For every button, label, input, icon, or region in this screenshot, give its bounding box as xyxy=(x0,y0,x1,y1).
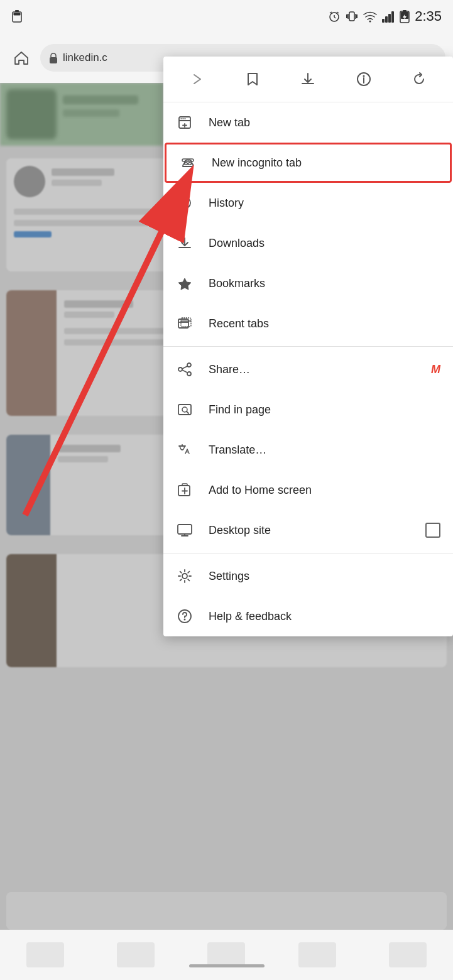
alarm-icon xyxy=(328,10,341,23)
svg-rect-1 xyxy=(15,10,19,12)
menu-item-label-bookmarks: Bookmarks xyxy=(209,277,440,290)
home-button[interactable] xyxy=(8,44,35,72)
menu-item-add-to-home[interactable]: Add to Home screen xyxy=(163,470,453,510)
menu-item-badge-share: M xyxy=(431,363,440,376)
history-icon xyxy=(176,194,194,212)
recent-tabs-icon xyxy=(176,315,194,332)
svg-line-43 xyxy=(182,366,187,369)
svg-rect-16 xyxy=(388,14,391,23)
menu-item-new-tab[interactable]: New tab xyxy=(163,102,453,143)
settings-icon xyxy=(176,567,194,585)
menu-divider-5 xyxy=(163,346,453,347)
menu-item-label-new-incognito-tab: New incognito tab xyxy=(212,156,437,170)
new-tab-icon xyxy=(176,114,194,131)
desktop-icon xyxy=(176,521,194,539)
menu-item-recent-tabs[interactable]: Recent tabs xyxy=(163,303,453,344)
status-bar: 2:35 xyxy=(0,0,453,33)
svg-point-32 xyxy=(188,163,192,165)
svg-line-47 xyxy=(187,411,188,413)
refresh-button[interactable] xyxy=(405,65,433,93)
svg-marker-35 xyxy=(178,278,191,290)
menu-item-label-settings: Settings xyxy=(209,570,440,583)
svg-rect-45 xyxy=(178,405,191,415)
menu-item-desktop-site[interactable]: Desktop site xyxy=(163,510,453,550)
lock-icon xyxy=(49,52,58,63)
charging-icon xyxy=(400,9,410,23)
signal-icon xyxy=(382,10,395,23)
svg-line-44 xyxy=(182,370,187,373)
incognito-icon xyxy=(179,154,197,172)
menu-item-bookmarks[interactable]: Bookmarks xyxy=(163,263,453,303)
menu-item-label-new-tab: New tab xyxy=(209,116,440,129)
bookmarks-icon xyxy=(176,275,194,292)
svg-point-40 xyxy=(187,363,191,367)
svg-point-24 xyxy=(363,75,364,77)
menu-item-label-translate: Translate… xyxy=(209,444,440,457)
translate-icon xyxy=(176,441,194,459)
svg-rect-8 xyxy=(349,12,354,21)
download-button[interactable] xyxy=(294,65,322,93)
svg-point-41 xyxy=(178,368,182,371)
downloads-icon xyxy=(176,234,194,252)
menu-item-label-desktop-site: Desktop site xyxy=(209,524,410,537)
wifi-icon xyxy=(363,10,377,23)
svg-point-42 xyxy=(187,372,191,376)
svg-rect-21 xyxy=(50,57,57,63)
svg-point-31 xyxy=(185,163,188,165)
svg-rect-51 xyxy=(178,525,192,534)
bottom-nav xyxy=(0,930,453,980)
svg-line-5 xyxy=(334,17,336,18)
info-button[interactable] xyxy=(350,65,378,93)
share-icon xyxy=(176,361,194,378)
menu-item-label-share: Share… xyxy=(209,363,416,376)
menu-item-label-add-to-home: Add to Home screen xyxy=(209,484,440,497)
menu-item-label-help-feedback: Help & feedback xyxy=(209,610,440,623)
svg-point-56 xyxy=(184,619,186,621)
menu-item-history[interactable]: History xyxy=(163,183,453,223)
svg-point-13 xyxy=(369,21,371,23)
address-text: linkedin.c xyxy=(63,52,107,64)
menu-item-find-in-page[interactable]: Find in page xyxy=(163,389,453,430)
svg-rect-19 xyxy=(403,10,407,12)
status-time: 2:35 xyxy=(415,8,442,24)
menu-item-label-history: History xyxy=(209,197,440,210)
menu-item-label-recent-tabs: Recent tabs xyxy=(209,317,440,330)
battery-icon xyxy=(11,9,23,23)
help-icon xyxy=(176,607,194,625)
add-home-icon xyxy=(176,481,194,499)
svg-rect-2 xyxy=(14,13,21,16)
svg-rect-14 xyxy=(382,19,385,23)
svg-rect-15 xyxy=(385,16,388,23)
svg-point-54 xyxy=(182,574,187,579)
menu-item-label-find-in-page: Find in page xyxy=(209,403,440,416)
menu-item-label-downloads: Downloads xyxy=(209,237,440,250)
menu-divider-10 xyxy=(163,553,453,553)
find-icon xyxy=(176,401,194,418)
menu-item-share[interactable]: Share…M xyxy=(163,349,453,389)
bookmark-button[interactable] xyxy=(239,65,266,93)
vibration-icon xyxy=(346,10,358,23)
menu-item-new-incognito-tab[interactable]: New incognito tab xyxy=(165,143,452,183)
menu-item-settings[interactable]: Settings xyxy=(163,556,453,596)
forward-button[interactable] xyxy=(183,65,211,93)
context-menu: New tabNew incognito tabHistoryDownloads… xyxy=(163,57,453,636)
menu-item-checkbox-desktop-site[interactable] xyxy=(425,523,440,538)
menu-item-translate[interactable]: Translate… xyxy=(163,430,453,470)
scroll-handle xyxy=(189,964,265,967)
menu-item-help-feedback[interactable]: Help & feedback xyxy=(163,596,453,636)
menu-item-downloads[interactable]: Downloads xyxy=(163,223,453,263)
svg-rect-17 xyxy=(391,11,394,23)
menu-toolbar xyxy=(163,57,453,102)
